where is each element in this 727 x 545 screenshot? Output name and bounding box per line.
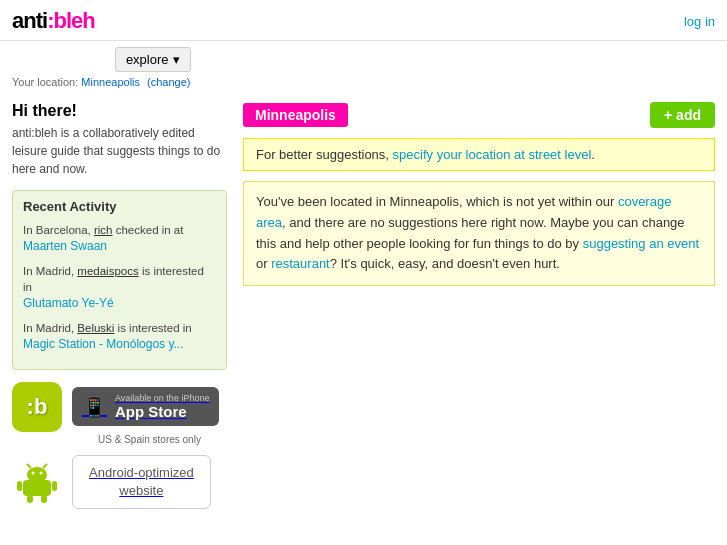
intro-text: anti:bleh is a collaboratively edited le… (12, 124, 227, 178)
activity-place-2[interactable]: Glutamato Ye-Yé (23, 295, 216, 312)
warning-box: For better suggestions, specify your loc… (243, 138, 715, 171)
city-tag: Minneapolis (243, 103, 348, 127)
svg-point-2 (32, 471, 35, 474)
svg-point-1 (27, 467, 47, 483)
subheader: explore ▾ Your location: Minneapolis (ch… (0, 41, 727, 92)
svg-line-5 (43, 464, 47, 468)
location-label: Your location: (12, 76, 78, 88)
recent-heading: Recent Activity (23, 199, 216, 214)
activity-user-2[interactable]: medaispocs (77, 265, 138, 277)
sidebar: Hi there! anti:bleh is a collaboratively… (12, 102, 227, 509)
info-box: You've been located in Minneapolis, whic… (243, 181, 715, 286)
appstore-badge-row: :b 📱 Available on the iPhone App Store U… (12, 382, 227, 445)
android-icon (12, 457, 62, 507)
svg-line-4 (27, 464, 31, 468)
explore-button[interactable]: explore ▾ (115, 47, 191, 72)
activity-item: In Barcelona, rich checked in at Maarten… (23, 222, 216, 255)
suggest-event-link[interactable]: suggesting an event (583, 236, 699, 251)
phone-icon: 📱 (82, 395, 107, 419)
specify-location-link[interactable]: specify your location at street level (393, 147, 592, 162)
activity-item: In Madrid, Beluski is interested in Magi… (23, 320, 216, 353)
activity-place-1[interactable]: Maarten Swaan (23, 238, 216, 255)
add-button[interactable]: + add (650, 102, 715, 128)
intro-section: Hi there! anti:bleh is a collaboratively… (12, 102, 227, 178)
android-button[interactable]: Android-optimizedwebsite (72, 455, 211, 509)
restaurant-link[interactable]: restaurant (271, 256, 330, 271)
svg-rect-7 (52, 481, 57, 491)
site-logo: anti:bleh (12, 8, 95, 34)
appstore-name: App Store (115, 403, 209, 420)
app-icon: :b (12, 382, 62, 432)
store-text: Available on the iPhone App Store (115, 393, 209, 420)
android-badge-row: Android-optimizedwebsite (12, 455, 227, 509)
location-city-link[interactable]: Minneapolis (81, 76, 140, 88)
intro-heading: Hi there! (12, 102, 227, 120)
appstore-available: Available on the iPhone (115, 393, 209, 403)
main-content: Minneapolis + add For better suggestions… (243, 102, 715, 509)
explore-label: explore (126, 52, 169, 67)
info-end: ? It's quick, easy, and doesn't even hur… (330, 256, 560, 271)
main-layout: Hi there! anti:bleh is a collaboratively… (0, 92, 727, 519)
activity-item: In Madrid, medaispocs is interested in G… (23, 263, 216, 312)
location-info: Your location: Minneapolis (change) (12, 76, 191, 88)
info-line1: You've been located in Minneapolis, whic… (256, 194, 614, 209)
android-robot-icon (15, 460, 59, 504)
warning-text: For better suggestions, (256, 147, 389, 162)
recent-activity-section: Recent Activity In Barcelona, rich check… (12, 190, 227, 370)
app-icon-label: :b (27, 394, 48, 420)
logo-bleh: bleh (53, 8, 94, 33)
logo-anti: anti (12, 8, 47, 33)
svg-rect-6 (17, 481, 22, 491)
svg-rect-8 (27, 495, 33, 503)
warning-end: . (591, 147, 595, 162)
city-header: Minneapolis + add (243, 102, 715, 128)
activity-user-1[interactable]: rich (94, 224, 113, 236)
page-header: anti:bleh log in (0, 0, 727, 41)
android-btn-label: Android-optimizedwebsite (72, 455, 211, 509)
explore-dropdown-icon: ▾ (173, 52, 180, 67)
activity-city-2: In Madrid, (23, 265, 77, 277)
activity-city-3: In Madrid, (23, 322, 77, 334)
change-location-link[interactable]: (change) (147, 76, 190, 88)
activity-city-1: In Barcelona, (23, 224, 94, 236)
activity-place-3[interactable]: Magic Station - Monólogos y... (23, 336, 216, 353)
info-or: or (256, 256, 268, 271)
appstore-button[interactable]: 📱 Available on the iPhone App Store (72, 387, 219, 426)
login-link[interactable]: log in (684, 14, 715, 29)
svg-rect-9 (41, 495, 47, 503)
svg-point-3 (40, 471, 43, 474)
app-badges-section: :b 📱 Available on the iPhone App Store U… (12, 382, 227, 509)
appstore-caption: US & Spain stores only (72, 434, 227, 445)
activity-user-3[interactable]: Beluski (77, 322, 114, 334)
